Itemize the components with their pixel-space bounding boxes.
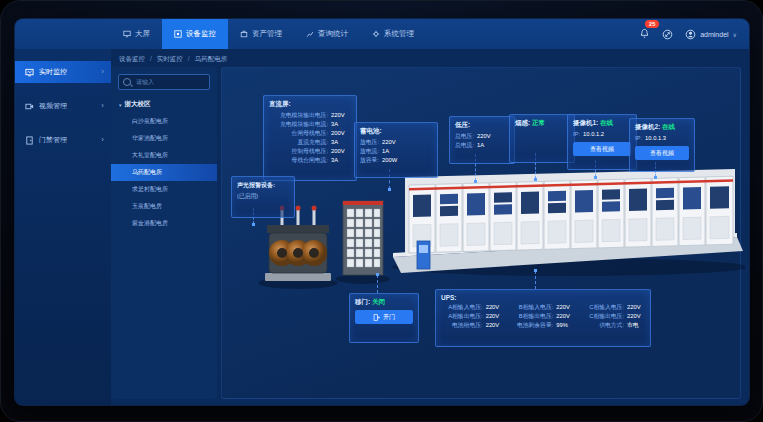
tree-root-node[interactable]: ▾ 浙大校区	[111, 96, 217, 113]
field-label: 放容量:	[360, 156, 379, 165]
tab-system[interactable]: 系统管理	[360, 19, 426, 49]
tree-item[interactable]: 玉泉配电房	[111, 198, 217, 215]
field-value: 99%	[556, 321, 574, 330]
field-label: 直流充电流:	[269, 138, 328, 147]
bell-icon	[639, 28, 650, 39]
tab-label: 大屏	[135, 29, 150, 39]
tab-device-monitor[interactable]: 设备监控	[162, 19, 228, 49]
breadcrumb-separator: /	[188, 55, 190, 64]
stats-icon	[306, 30, 314, 38]
sidebar-item-realtime-monitor[interactable]: 实时监控 ›	[15, 61, 111, 83]
tree-item[interactable]: 华家池配电所	[111, 130, 217, 147]
battery-panel: 蓄电池: 放电压:220V 放电流:1A 放容量:200W	[354, 122, 438, 178]
field-label: 控制母线电压:	[269, 147, 328, 156]
top-nav: 大屏 设备监控 资产管理 查询统计 系统管理	[15, 19, 749, 49]
field-label: 移门:	[355, 298, 370, 305]
status-badge: 关闭	[372, 298, 385, 305]
left-sidebar: 实时监控 › 视频管理 › 门禁管理 ›	[15, 49, 111, 405]
panel-title: 摄像机2: 在线	[635, 123, 689, 132]
battery-cabinet[interactable]	[343, 201, 383, 275]
video-icon	[25, 102, 34, 111]
chevron-right-icon: ›	[101, 102, 104, 110]
ip-label: IP:	[573, 130, 580, 139]
field-label: 充电模块输出电压:	[269, 111, 328, 120]
field-value: 220V	[382, 138, 402, 147]
sidebar-item-access-control[interactable]: 门禁管理 ›	[15, 129, 111, 151]
field-label: 电池剩余容量:	[512, 321, 554, 330]
tree-item[interactable]: 大礼堂配电所	[111, 147, 217, 164]
field-label: A相输入电压:	[441, 303, 483, 312]
breadcrumb-item[interactable]: 实时监控	[157, 55, 183, 64]
panel-title: 低压:	[455, 121, 509, 130]
field-label: 总电压:	[455, 132, 474, 141]
status-badge: 在线	[600, 119, 613, 126]
door-icon	[25, 136, 34, 145]
field-label: B相输出电压:	[512, 312, 554, 321]
field-value: 1A	[477, 141, 497, 150]
field-label: 总电流:	[455, 141, 474, 150]
field-value: 200V	[331, 129, 351, 138]
tab-assets[interactable]: 资产管理	[228, 19, 294, 49]
app-window: 大屏 设备监控 资产管理 查询统计 系统管理	[15, 19, 749, 405]
field-label: 放电压:	[360, 138, 379, 147]
view-video-button[interactable]: 查看视频	[573, 142, 631, 156]
field-value: 220V	[486, 303, 504, 312]
alarm-note: (已启用)	[237, 192, 289, 201]
tab-statistics[interactable]: 查询统计	[294, 19, 360, 49]
chevron-right-icon: ›	[101, 136, 104, 144]
field-value: 220V	[486, 321, 504, 330]
screen-icon	[123, 30, 131, 38]
asset-icon	[240, 30, 248, 38]
nav-tabs: 大屏 设备监控 资产管理 查询统计 系统管理	[111, 19, 426, 49]
field-value: 市电	[627, 321, 645, 330]
field-value: 3A	[331, 138, 351, 147]
tree-item[interactable]: 白沙泉配电所	[111, 113, 217, 130]
gear-icon	[372, 30, 380, 38]
field-value: 220V	[556, 303, 574, 312]
tree-item[interactable]: 紫金港配电房	[111, 215, 217, 232]
camera2-panel: 摄像机2: 在线 IP:10.0.1.3 查看视频	[629, 118, 695, 172]
field-label: 电池组电压:	[441, 321, 483, 330]
panel-title: 蓄电池:	[360, 127, 432, 136]
open-door-button[interactable]: 开门	[355, 310, 413, 324]
field-label: 烟感:	[515, 119, 530, 126]
fullscreen-icon[interactable]	[662, 29, 673, 40]
field-label: C相输入电压:	[582, 303, 624, 312]
low-voltage-panel: 低压: 总电压:220V 总电流:1A	[449, 116, 515, 164]
chevron-down-icon: ∨	[733, 31, 737, 38]
door-panel: 移门: 关闭 开门	[349, 293, 419, 343]
tab-dashboard[interactable]: 大屏	[111, 19, 162, 49]
field-label: 母线合闸电流:	[269, 156, 328, 165]
notifications-button[interactable]: 25	[639, 25, 650, 43]
ups-grid: A相输入电压:220V B相输入电压:220V C相输入电压:220V A相输出…	[441, 303, 645, 330]
field-value: 200W	[382, 156, 402, 165]
field-label: A相输出电压:	[441, 312, 483, 321]
breadcrumb-item[interactable]: 乌药配电所	[195, 55, 228, 64]
sidebar-item-video-manage[interactable]: 视频管理 ›	[15, 95, 111, 117]
door-open-icon	[373, 314, 380, 321]
tree-item[interactable]: 求是村配电所	[111, 181, 217, 198]
sidebar-item-label: 实时监控	[39, 67, 67, 77]
field-value: 1A	[382, 147, 402, 156]
tree-search-box[interactable]	[118, 74, 210, 90]
field-label: B相输入电压:	[512, 303, 554, 312]
view-video-button[interactable]: 查看视频	[635, 146, 689, 160]
switchgear-row[interactable]	[409, 176, 733, 253]
ip-value: 10.0.1.3	[645, 134, 666, 143]
breadcrumb-item[interactable]: 设备监控	[119, 55, 145, 64]
field-label: 充电模块输出电流:	[269, 120, 328, 129]
dc-screen-panel: 直流屏: 充电模块输出电压:220V 充电模块输出电流:3A 合闸母线电压:20…	[263, 95, 357, 181]
user-avatar-icon	[685, 29, 696, 40]
tree-root-label: 浙大校区	[125, 100, 151, 109]
tree-item-selected[interactable]: 乌药配电所	[111, 164, 217, 181]
field-value: 3A	[331, 120, 351, 129]
panel-title: 声光报警设备:	[237, 181, 289, 190]
tab-label: 查询统计	[318, 29, 348, 39]
breadcrumb: 设备监控 / 实时监控 / 乌药配电所	[119, 55, 227, 64]
smoke-sensor-panel: 烟感: 正常	[509, 114, 575, 163]
user-menu[interactable]: admindel ∨	[685, 29, 737, 40]
search-input[interactable]	[134, 78, 205, 86]
panel-title: 摄像机1: 在线	[573, 119, 631, 128]
meter-box[interactable]	[417, 241, 430, 269]
username: admindel	[700, 31, 728, 38]
